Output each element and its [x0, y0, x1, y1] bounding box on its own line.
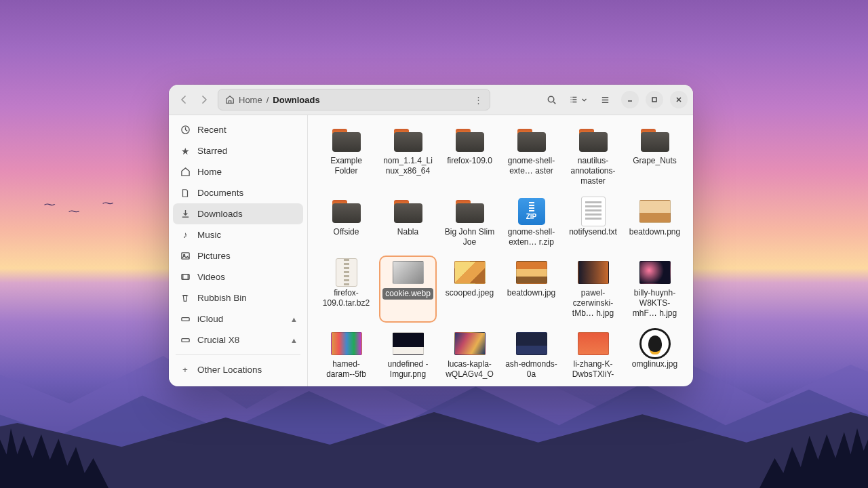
sidebar-item-recent[interactable]: Recent	[173, 119, 303, 140]
bird-icon: 〜	[68, 207, 80, 216]
sidebar-item-starred[interactable]: ★Starred	[173, 140, 303, 161]
home-icon	[225, 95, 235, 104]
desktop-wallpaper: 〜 〜 〜 Home / Downloads ⋮	[0, 0, 868, 488]
image-thumbnail	[454, 261, 486, 284]
file-label: nautilus-annotations-master	[567, 156, 619, 186]
file-item[interactable]: li-zhang-K-DwbsTXliY-	[564, 327, 622, 384]
sidebar-separator	[176, 354, 300, 355]
sidebar-item-music[interactable]: ♪Music	[173, 224, 303, 245]
sidebar-item-trash[interactable]: Rubbish Bin	[173, 287, 303, 308]
file-item[interactable]: ZIPgnome-shell-exten… r.zip	[502, 195, 560, 251]
file-item[interactable]: Big John Slim Joe	[441, 195, 498, 251]
file-label: beatdown.png	[629, 227, 680, 237]
sidebar-item-videos[interactable]: Videos	[173, 266, 303, 287]
crumb-current[interactable]: Downloads	[273, 95, 319, 105]
sidebar-label: Downloads	[197, 209, 243, 219]
sidebar-item-home[interactable]: Home	[173, 161, 303, 182]
file-label: firefox-109.0	[447, 156, 492, 166]
file-label: omglinux.jpg	[632, 359, 677, 369]
folder-icon	[456, 200, 484, 223]
path-menu-icon[interactable]: ⋮	[474, 95, 483, 105]
svg-rect-1	[652, 98, 656, 102]
file-item[interactable]: beatdown.png	[626, 195, 684, 251]
file-grid-view[interactable]: Example Folder nom_1.1.4_Linux_x86_64 fi…	[308, 115, 693, 386]
file-label: hamed-daram--5fb	[320, 359, 372, 380]
sidebar-label: Videos	[197, 272, 225, 282]
image-thumbnail	[578, 261, 609, 284]
headerbar: Home / Downloads ⋮	[169, 85, 693, 115]
star-icon: ★	[180, 146, 191, 157]
file-label: lucas-kapla-wQLAGv4_O	[443, 359, 496, 380]
chevron-down-icon	[581, 97, 587, 103]
minimize-button[interactable]	[621, 91, 639, 108]
sidebar-item-pictures[interactable]: Pictures	[173, 245, 303, 266]
drive-icon	[180, 335, 191, 345]
maximize-button[interactable]	[646, 91, 663, 108]
video-icon	[180, 272, 191, 282]
hamburger-menu-button[interactable]	[595, 90, 614, 109]
file-item-selected[interactable]: cookie.webp	[379, 256, 437, 323]
search-button[interactable]	[542, 90, 561, 109]
file-item[interactable]: undefined - Imgur.png	[379, 327, 437, 384]
file-label: pawel-czerwinski-tMb… h.jpg	[567, 288, 619, 319]
image-thumbnail	[639, 261, 671, 284]
image-thumbnail	[578, 332, 609, 355]
file-item[interactable]: Offside	[317, 195, 375, 251]
file-label: gnome-shell-exten… r.zip	[505, 227, 557, 247]
sidebar-item-documents[interactable]: Documents	[173, 182, 303, 203]
file-item[interactable]: gnome-shell-exte… aster	[502, 123, 560, 190]
file-item[interactable]: pawel-czerwinski-tMb… h.jpg	[564, 256, 622, 323]
file-item[interactable]: beatdown.jpg	[502, 256, 560, 323]
file-label: Example Folder	[320, 156, 372, 176]
file-label: cookie.webp	[382, 288, 433, 300]
sidebar-label: Starred	[197, 146, 227, 156]
pathbar[interactable]: Home / Downloads ⋮	[218, 89, 490, 110]
close-button[interactable]	[670, 91, 688, 108]
image-thumbnail	[393, 332, 424, 355]
sidebar-label: Other Locations	[197, 365, 262, 375]
file-item[interactable]: billy-huynh-W8KTS-mhF… h.jpg	[626, 256, 684, 323]
file-item[interactable]: ash-edmonds-0a	[502, 327, 560, 384]
crumb-home[interactable]: Home	[239, 95, 262, 105]
svg-point-0	[548, 96, 553, 102]
sidebar-label: Documents	[197, 188, 243, 198]
file-item[interactable]: nom_1.1.4_Linux_x86_64	[379, 123, 437, 190]
file-item[interactable]: hamed-daram--5fb	[317, 327, 375, 384]
file-item[interactable]: firefox-109.0.tar.bz2	[317, 256, 375, 323]
sidebar-item-icloud[interactable]: iCloud▲	[173, 308, 303, 329]
svg-rect-6	[181, 318, 189, 321]
file-item[interactable]: scooped.jpeg	[441, 256, 498, 323]
eject-icon[interactable]: ▲	[290, 336, 298, 344]
back-button[interactable]	[174, 90, 193, 109]
sidebar-item-other-locations[interactable]: +Other Locations	[173, 359, 303, 380]
file-item[interactable]: nautilus-annotations-master	[564, 123, 622, 190]
folder-icon	[332, 129, 361, 152]
eject-icon[interactable]: ▲	[290, 315, 298, 323]
sidebar-item-downloads[interactable]: Downloads	[173, 203, 303, 224]
file-item[interactable]: Grape_Nuts	[626, 123, 684, 190]
view-list-button[interactable]	[565, 90, 591, 109]
image-thumbnail	[516, 261, 547, 284]
image-thumbnail	[331, 332, 362, 355]
folder-icon	[456, 129, 484, 152]
sidebar-label: iCloud	[197, 314, 223, 324]
file-item[interactable]: lucas-kapla-wQLAGv4_O	[441, 327, 498, 384]
file-item[interactable]: omglinux.jpg	[626, 327, 684, 384]
file-label: Offside	[334, 227, 359, 237]
crumb-sep: /	[267, 95, 269, 105]
image-thumbnail	[454, 332, 486, 355]
file-item[interactable]: firefox-109.0	[441, 123, 498, 190]
file-label: beatdown.jpg	[507, 288, 555, 298]
svg-rect-3	[181, 253, 189, 259]
svg-rect-7	[181, 339, 189, 342]
forward-button[interactable]	[195, 90, 214, 109]
file-item[interactable]: Nabla	[379, 195, 437, 251]
file-item[interactable]: notifysend.txt	[564, 195, 622, 251]
zip-icon: ZIP	[518, 198, 545, 225]
picture-icon	[180, 251, 191, 261]
sidebar-item-crucial[interactable]: Crucial X8▲	[173, 329, 303, 350]
file-label: Big John Slim Joe	[443, 227, 496, 247]
file-item[interactable]: Example Folder	[317, 123, 375, 190]
drive-icon	[180, 314, 191, 324]
music-icon: ♪	[180, 230, 191, 240]
